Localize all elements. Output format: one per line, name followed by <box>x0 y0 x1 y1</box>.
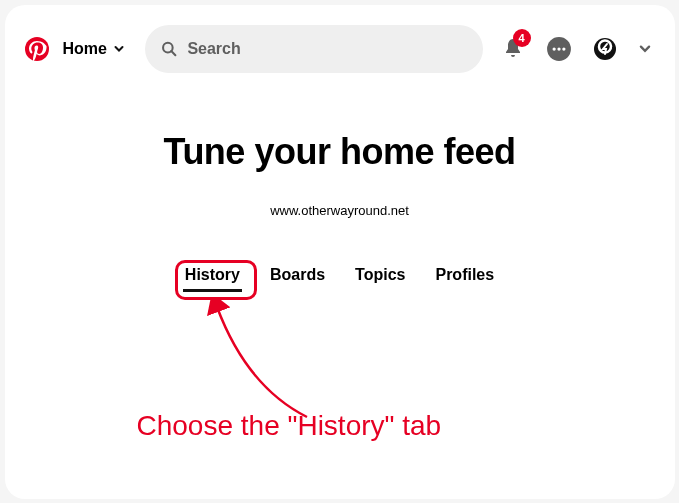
chat-icon <box>546 36 572 62</box>
tab-profiles[interactable]: Profiles <box>433 258 496 292</box>
home-nav[interactable]: Home <box>63 40 125 58</box>
notification-badge: 4 <box>513 29 531 47</box>
chevron-down-icon <box>638 42 652 56</box>
account-icon <box>593 37 617 61</box>
tab-history[interactable]: History <box>183 258 242 292</box>
chevron-down-icon <box>113 43 125 55</box>
svg-line-2 <box>171 51 175 55</box>
search-bar[interactable] <box>145 25 483 73</box>
account-button[interactable] <box>589 33 621 65</box>
header: Home 4 <box>5 5 675 73</box>
search-icon <box>161 40 177 58</box>
pinterest-logo-icon <box>25 37 49 61</box>
account-menu-button[interactable] <box>635 33 655 65</box>
annotation-text: Choose the "History" tab <box>137 410 442 442</box>
svg-point-6 <box>562 47 565 50</box>
pinterest-logo[interactable] <box>25 37 49 61</box>
search-input[interactable] <box>187 40 466 58</box>
svg-point-4 <box>552 47 555 50</box>
home-label: Home <box>63 40 107 58</box>
tab-boards[interactable]: Boards <box>268 258 327 292</box>
notifications-button[interactable]: 4 <box>497 33 529 65</box>
watermark-text: www.otherwayround.net <box>5 203 675 218</box>
tabs: History Boards Topics Profiles <box>5 258 675 292</box>
messages-button[interactable] <box>543 33 575 65</box>
svg-point-5 <box>557 47 560 50</box>
page-title: Tune your home feed <box>5 131 675 173</box>
tab-topics[interactable]: Topics <box>353 258 407 292</box>
app-card: Home 4 <box>5 5 675 499</box>
